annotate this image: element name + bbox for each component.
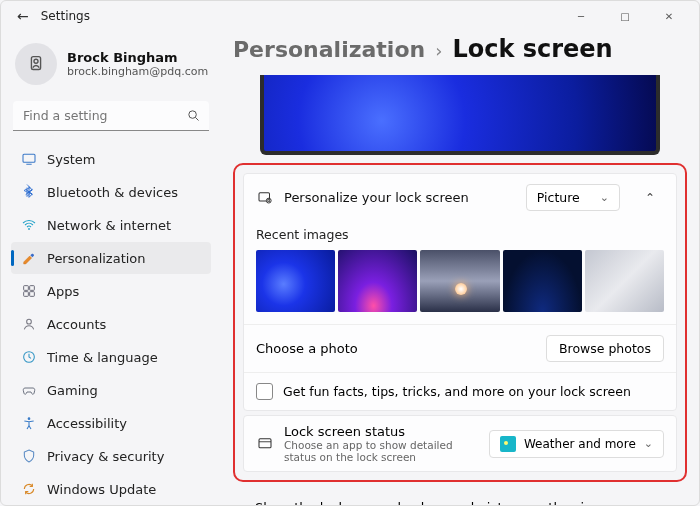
background-type-dropdown[interactable]: Picture ⌄ [526,184,620,211]
page-title: Lock screen [452,35,612,63]
gaming-icon [21,382,37,398]
sidebar-item-accounts[interactable]: Accounts [11,308,211,340]
svg-rect-10 [30,292,35,297]
sidebar: Brock Bingham brock.bingham@pdq.com Syst… [1,31,217,505]
personalize-title: Personalize your lock screen [284,190,516,205]
window-title: Settings [41,9,90,23]
window-controls: ─ □ ✕ [559,2,691,30]
weather-app-icon [500,436,516,452]
user-name: Brock Bingham [67,50,208,65]
recent-images-row [256,250,664,312]
search-input[interactable] [13,101,209,131]
svg-rect-7 [24,286,29,291]
search-field-wrap [13,101,209,131]
sidebar-item-label: Time & language [47,350,158,365]
search-icon [186,108,201,123]
lock-screen-icon [256,189,274,207]
sidebar-item-gaming[interactable]: Gaming [11,374,211,406]
status-icon [256,435,274,453]
recent-image-thumbnail[interactable] [503,250,582,312]
recent-image-thumbnail[interactable] [585,250,664,312]
sidebar-item-label: Accessibility [47,416,127,431]
avatar [15,43,57,85]
choose-photo-label: Choose a photo [256,341,546,356]
breadcrumb: Personalization › Lock screen [233,31,687,75]
personalization-icon [21,250,37,266]
system-icon [21,151,37,167]
recent-image-thumbnail[interactable] [420,250,499,312]
apps-icon [21,283,37,299]
recent-image-thumbnail[interactable] [256,250,335,312]
status-title: Lock screen status [284,424,479,439]
sidebar-item-time-language[interactable]: Time & language [11,341,211,373]
breadcrumb-parent[interactable]: Personalization [233,37,425,62]
sidebar-item-label: System [47,152,95,167]
sidebar-item-label: Windows Update [47,482,156,497]
close-button[interactable]: ✕ [647,2,691,30]
svg-line-3 [195,117,198,120]
highlighted-section: Personalize your lock screen Picture ⌄ ⌃… [233,163,687,482]
sidebar-item-privacy[interactable]: Privacy & security [11,440,211,472]
sidebar-item-apps[interactable]: Apps [11,275,211,307]
fun-facts-label: Get fun facts, tips, tricks, and more on… [283,384,631,399]
sidebar-item-label: Privacy & security [47,449,164,464]
sidebar-item-label: Accounts [47,317,106,332]
sidebar-item-accessibility[interactable]: Accessibility [11,407,211,439]
sidebar-item-label: Gaming [47,383,98,398]
fun-facts-checkbox[interactable] [256,383,273,400]
title-bar: ← Settings ─ □ ✕ [1,1,699,31]
browse-photos-button[interactable]: Browse photos [546,335,664,362]
lock-screen-preview [260,75,660,155]
time-icon [21,349,37,365]
svg-point-2 [189,111,197,119]
sidebar-item-system[interactable]: System [11,143,211,175]
svg-rect-4 [23,154,35,162]
status-subtitle: Choose an app to show detailed status on… [284,439,479,463]
chevron-right-icon: › [435,40,442,61]
minimize-button[interactable]: ─ [559,2,603,30]
network-icon [21,217,37,233]
chevron-down-icon: ⌄ [600,191,609,204]
sidebar-item-label: Network & internet [47,218,171,233]
personalize-card: Personalize your lock screen Picture ⌄ ⌃… [243,173,677,411]
sidebar-item-label: Personalization [47,251,146,266]
sidebar-item-label: Apps [47,284,79,299]
bluetooth-icon [21,184,37,200]
dropdown-value: Picture [537,190,580,205]
recent-image-thumbnail[interactable] [338,250,417,312]
svg-rect-17 [259,438,271,447]
main-content: Personalization › Lock screen Personaliz… [217,31,699,505]
lock-screen-status-card: Lock screen status Choose an app to show… [243,415,677,472]
svg-rect-8 [30,286,35,291]
status-app-dropdown[interactable]: Weather and more ⌄ [489,430,664,458]
privacy-icon [21,448,37,464]
accessibility-icon [21,415,37,431]
chevron-down-icon: ⌄ [644,437,653,450]
svg-point-1 [34,59,38,63]
sidebar-item-personalization[interactable]: Personalization [11,242,211,274]
maximize-button[interactable]: □ [603,2,647,30]
sidebar-item-label: Bluetooth & devices [47,185,178,200]
recent-images-label: Recent images [256,223,664,250]
accounts-icon [21,316,37,332]
nav: System Bluetooth & devices Network & int… [11,143,211,505]
svg-point-13 [28,417,31,420]
svg-rect-9 [24,292,29,297]
update-icon [21,481,37,497]
user-account-row[interactable]: Brock Bingham brock.bingham@pdq.com [11,39,211,97]
signin-background-row: Show the lock screen background picture … [233,492,687,505]
signin-toggle-label: Show the lock screen background picture … [255,500,607,505]
status-app-value: Weather and more [524,437,636,451]
sidebar-item-windows-update[interactable]: Windows Update [11,473,211,505]
user-email: brock.bingham@pdq.com [67,65,208,78]
svg-point-6 [28,228,30,230]
svg-point-11 [27,319,32,324]
back-button[interactable]: ← [9,4,37,28]
sidebar-item-bluetooth[interactable]: Bluetooth & devices [11,176,211,208]
collapse-button[interactable]: ⌃ [636,191,664,205]
avatar-icon [25,53,47,75]
sidebar-item-network[interactable]: Network & internet [11,209,211,241]
